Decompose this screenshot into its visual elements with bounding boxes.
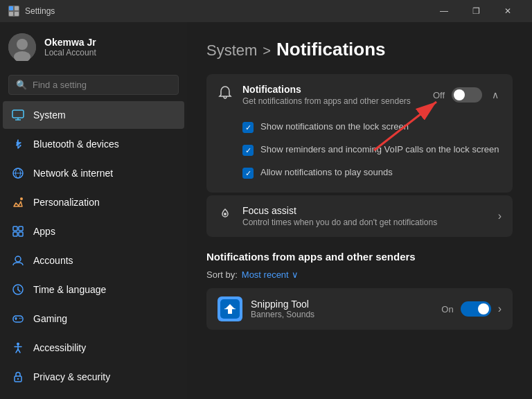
notifications-toggle[interactable] xyxy=(452,87,482,103)
sidebar-item-bluetooth[interactable]: Bluetooth & devices xyxy=(3,130,184,158)
sidebar-item-label: Gaming xyxy=(33,313,67,324)
titlebar: Settings — ❐ ✕ xyxy=(0,0,532,22)
user-section: Okemwa Jr Local Account xyxy=(0,22,187,72)
sidebar-item-privacy[interactable]: Privacy & security xyxy=(3,363,184,391)
svg-rect-14 xyxy=(13,227,17,231)
sidebar-item-label: Accessibility xyxy=(33,342,86,353)
svg-rect-1 xyxy=(15,6,19,10)
accessibility-icon xyxy=(11,341,25,355)
breadcrumb: System xyxy=(206,42,257,60)
checkmark-icon: ✓ xyxy=(245,146,251,155)
breadcrumb-chevron: > xyxy=(263,43,271,59)
svg-point-5 xyxy=(17,39,28,50)
app-name: Snipping Tool xyxy=(251,299,433,310)
app-toggle-label: On xyxy=(441,304,453,314)
sidebar-item-label: System xyxy=(33,109,66,121)
search-box[interactable]: 🔍 xyxy=(8,75,179,95)
checkmark-icon: ✓ xyxy=(245,169,251,178)
svg-rect-38 xyxy=(224,308,236,310)
sidebar-item-accessibility[interactable]: Accessibility xyxy=(3,334,184,362)
svg-point-26 xyxy=(19,318,21,319)
bluetooth-icon xyxy=(11,137,25,151)
sidebar-item-gaming[interactable]: Gaming xyxy=(3,305,184,332)
page-header: System > Notifications xyxy=(206,39,513,60)
sort-value: Most recent xyxy=(242,269,289,280)
svg-rect-17 xyxy=(19,232,23,236)
user-name: Okemwa Jr xyxy=(44,37,96,48)
svg-rect-3 xyxy=(15,12,19,16)
main-content: System > Notifications Notifications xyxy=(187,22,532,346)
page-title: Notifications xyxy=(276,39,385,60)
svg-line-21 xyxy=(18,290,20,292)
close-button[interactable]: ✕ xyxy=(492,0,524,22)
notifications-subtitle: Get notifications from apps and other se… xyxy=(242,96,423,106)
window-controls: — ❐ ✕ xyxy=(428,0,524,22)
app-row-snipping-tool: Snipping Tool Banners, Sounds On › xyxy=(206,288,513,330)
svg-point-34 xyxy=(17,378,19,380)
app-toggle[interactable] xyxy=(461,301,491,317)
avatar xyxy=(8,33,36,61)
app-toggle-area: On › xyxy=(441,301,502,317)
sort-row: Sort by: Most recent ∨ xyxy=(206,269,513,280)
svg-rect-2 xyxy=(9,12,13,16)
focus-subtitle: Control times when you do and don't get … xyxy=(242,218,488,227)
sidebar-item-personalization[interactable]: Personalization xyxy=(3,188,184,216)
voip-label: Show reminders and incoming VoIP calls o… xyxy=(260,144,499,154)
app-subtitle: Banners, Sounds xyxy=(251,310,433,319)
toggle-thumb xyxy=(478,303,489,314)
sort-label: Sort by: xyxy=(206,269,238,280)
svg-rect-22 xyxy=(13,316,23,322)
minimize-button[interactable]: — xyxy=(428,0,460,22)
sidebar-item-time[interactable]: Time & language xyxy=(3,276,184,303)
sidebar-item-label: Bluetooth & devices xyxy=(33,139,119,150)
sort-chevron-icon: ∨ xyxy=(292,269,299,280)
sidebar-item-accounts[interactable]: Accounts xyxy=(3,247,184,274)
apps-icon xyxy=(11,224,25,238)
svg-point-13 xyxy=(20,197,23,200)
app-chevron-icon: › xyxy=(498,303,502,315)
notifications-suboptions: ✓ Show notifications on the lock screen … xyxy=(206,116,513,193)
svg-rect-16 xyxy=(13,232,17,236)
system-icon xyxy=(11,108,25,122)
sidebar-item-label: Time & language xyxy=(33,284,106,295)
svg-rect-0 xyxy=(9,6,13,10)
notifications-text: Notifications Get notifications from app… xyxy=(242,84,423,106)
suboption-lock-screen: ✓ Show notifications on the lock screen xyxy=(242,116,502,139)
search-input[interactable] xyxy=(33,80,171,90)
svg-point-18 xyxy=(15,256,21,262)
svg-rect-7 xyxy=(12,110,24,118)
notifications-title: Notifications xyxy=(242,84,423,95)
main-wrapper: System > Notifications Notifications xyxy=(187,22,532,399)
svg-rect-15 xyxy=(19,227,23,231)
maximize-button[interactable]: ❐ xyxy=(460,0,492,22)
focus-chevron-icon: › xyxy=(498,210,502,222)
notifications-expand-button[interactable]: ∧ xyxy=(489,87,502,103)
toggle-thumb xyxy=(454,89,465,100)
notifications-header: Notifications Get notifications from app… xyxy=(206,74,513,116)
suboption-voip: ✓ Show reminders and incoming VoIP calls… xyxy=(242,139,502,161)
search-icon: 🔍 xyxy=(16,80,27,90)
sort-button[interactable]: Most recent ∨ xyxy=(242,269,299,280)
user-info: Okemwa Jr Local Account xyxy=(44,37,96,57)
notifications-card: Notifications Get notifications from app… xyxy=(206,74,513,193)
app-icon xyxy=(8,6,19,17)
privacy-icon xyxy=(11,370,25,384)
sidebar-item-label: Apps xyxy=(33,226,55,237)
svg-line-31 xyxy=(16,349,18,353)
checkmark-icon: ✓ xyxy=(245,123,251,132)
sidebar-item-label: Network & internet xyxy=(33,168,113,179)
focus-assist-card[interactable]: Focus assist Control times when you do a… xyxy=(206,195,513,237)
sidebar-item-label: Accounts xyxy=(33,255,73,266)
svg-point-36 xyxy=(224,213,227,215)
gaming-icon xyxy=(11,312,25,326)
sidebar-item-label: Personalization xyxy=(33,197,100,208)
sounds-checkbox[interactable]: ✓ xyxy=(242,168,254,179)
lock-screen-checkbox[interactable]: ✓ xyxy=(242,122,254,133)
sidebar-item-label: Privacy & security xyxy=(33,371,110,382)
sidebar-item-system[interactable]: System xyxy=(3,101,184,129)
sidebar-item-apps[interactable]: Apps xyxy=(3,218,184,245)
focus-title: Focus assist xyxy=(242,205,488,216)
app-info: Snipping Tool Banners, Sounds xyxy=(251,299,433,319)
voip-checkbox[interactable]: ✓ xyxy=(242,145,254,156)
sidebar-item-network[interactable]: Network & internet xyxy=(3,159,184,187)
